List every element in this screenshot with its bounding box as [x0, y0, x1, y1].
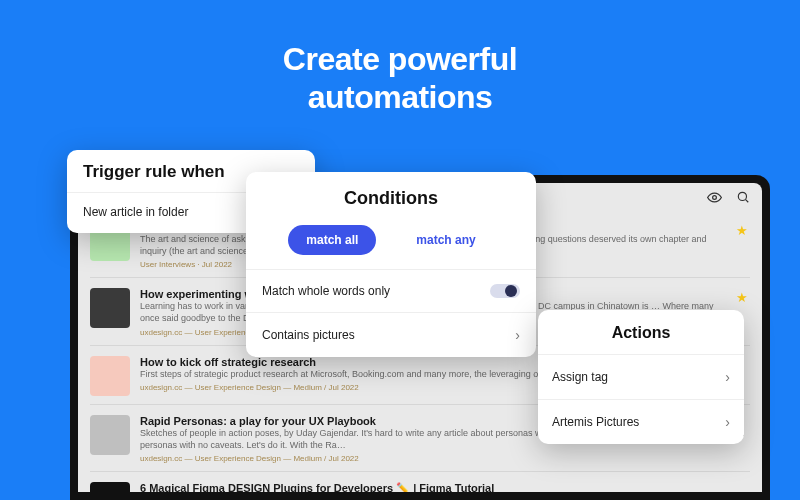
actions-header: Actions	[538, 310, 744, 354]
chevron-right-icon: ›	[725, 414, 730, 430]
hero-title-line2: automations	[308, 79, 493, 115]
search-icon[interactable]	[736, 190, 750, 204]
action-label: Assign tag	[552, 370, 608, 384]
star-icon[interactable]: ★	[736, 290, 750, 305]
article-thumb	[90, 482, 130, 492]
article-thumb	[90, 288, 130, 328]
condition-row[interactable]: Match whole words only	[246, 269, 536, 312]
article-meta: uxdesign.cc — User Experience Design — M…	[140, 454, 750, 463]
article-thumb	[90, 356, 130, 396]
action-label: Artemis Pictures	[552, 415, 639, 429]
toggle[interactable]	[490, 284, 520, 298]
hero-title-line1: Create powerful	[283, 41, 517, 77]
condition-row[interactable]: Contains pictures›	[246, 312, 536, 357]
match-all-pill[interactable]: match all	[288, 225, 376, 255]
svg-line-2	[746, 200, 749, 203]
conditions-card: Conditions match all match any Match who…	[246, 172, 536, 357]
condition-label: Match whole words only	[262, 284, 390, 298]
chevron-right-icon: ›	[725, 369, 730, 385]
conditions-header: Conditions	[246, 172, 536, 221]
article-row[interactable]: 6 Magical Figma DESIGN Plugins for Devel…	[90, 471, 750, 492]
action-row[interactable]: Artemis Pictures›	[538, 399, 744, 444]
svg-point-1	[738, 192, 746, 200]
match-any-pill[interactable]: match any	[398, 225, 493, 255]
article-thumb	[90, 415, 130, 455]
match-mode-row: match all match any	[246, 221, 536, 269]
chevron-right-icon: ›	[515, 327, 520, 343]
eye-icon[interactable]	[707, 190, 722, 205]
action-row[interactable]: Assign tag›	[538, 354, 744, 399]
star-icon[interactable]: ★	[736, 223, 750, 238]
article-title: 6 Magical Figma DESIGN Plugins for Devel…	[140, 482, 750, 492]
svg-point-0	[713, 195, 717, 199]
actions-card: Actions Assign tag›Artemis Pictures›	[538, 310, 744, 444]
hero-title: Create powerful automations	[0, 40, 800, 117]
toggle-knob	[505, 285, 517, 297]
stage: User Experience arch Field GThe art and …	[0, 150, 800, 500]
condition-label: Contains pictures	[262, 328, 355, 342]
article-body: 6 Magical Figma DESIGN Plugins for Devel…	[140, 482, 750, 492]
